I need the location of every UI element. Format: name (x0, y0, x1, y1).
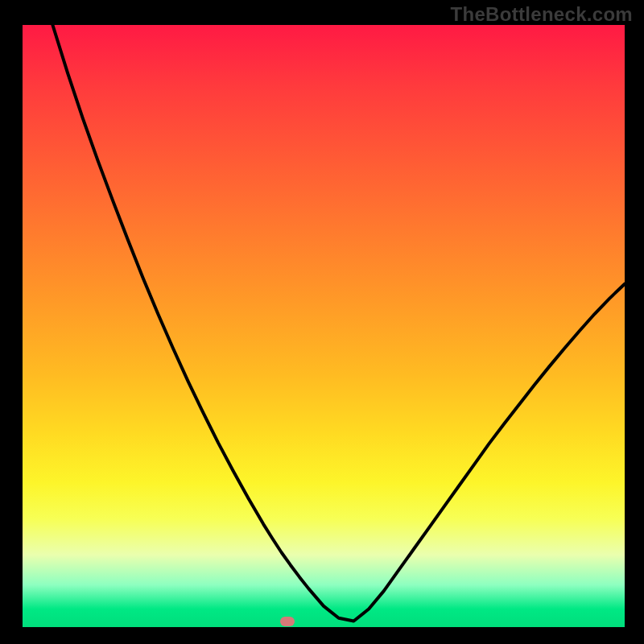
chart-frame: TheBottleneck.com (0, 0, 644, 644)
minimum-marker-dot (280, 617, 295, 626)
curve-path (52, 25, 625, 621)
plot-area (23, 25, 625, 627)
bottleneck-curve (23, 25, 625, 627)
watermark-text: TheBottleneck.com (451, 3, 633, 26)
